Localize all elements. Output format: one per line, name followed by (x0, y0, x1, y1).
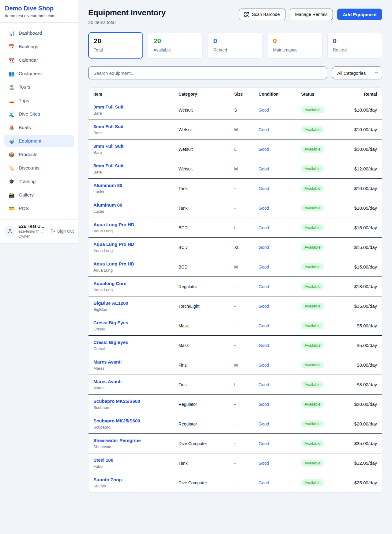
stat-card-rented[interactable]: 0 Rented (208, 32, 262, 59)
item-name-link[interactable]: 3mm Full Suit (93, 124, 123, 129)
sidebar-item-calendar[interactable]: 📆 Calendar (4, 54, 74, 66)
rental-cell: $10.00/day (354, 205, 377, 211)
item-name-link[interactable]: 5mm Full Suit (93, 163, 123, 168)
search-input[interactable] (88, 67, 327, 79)
category-select[interactable]: All Categories (332, 67, 382, 79)
condition-link[interactable]: Good (258, 206, 269, 211)
table-row: 3mm Full Suit Bare Wetsuit L Good Availa… (89, 139, 382, 159)
sidebar-item-gallery[interactable]: 📸 Gallery (4, 189, 74, 201)
sidebar-item-equipment[interactable]: 🤿 Equipment (4, 135, 74, 147)
stat-card-available[interactable]: 20 Available (148, 32, 203, 59)
rental-cell: $10.00/day (354, 107, 377, 113)
barcode-scan-icon (244, 12, 249, 17)
sign-out-button[interactable]: Sign Out (51, 229, 74, 234)
stat-card-total[interactable]: 20 Total (88, 32, 143, 59)
col-header-item: Item (89, 88, 174, 100)
sidebar-item-label: Dashboard (19, 30, 42, 36)
table-row: Scubapro MK25/S600 Scubapro Regulator - … (89, 414, 382, 434)
sidebar-item-label: Customers (19, 71, 42, 76)
item-name-link[interactable]: Shearwater Peregrine (93, 438, 141, 443)
condition-link[interactable]: Good (258, 166, 269, 171)
condition-link[interactable]: Good (258, 186, 269, 191)
condition-link[interactable]: Good (258, 461, 269, 466)
sidebar-item-dive-sites[interactable]: 🌊 Dive Sites (4, 108, 74, 120)
item-name-link[interactable]: Cressi Big Eyes (93, 340, 128, 345)
condition-link[interactable]: Good (258, 147, 269, 152)
item-brand: Suunto (93, 484, 169, 488)
manage-rentals-button[interactable]: Manage Rentals (290, 9, 333, 20)
condition-link[interactable]: Good (258, 480, 269, 485)
add-equipment-button[interactable]: Add Equipment (337, 9, 382, 20)
rental-cell: $12.00/day (354, 166, 377, 171)
condition-link[interactable]: Good (258, 382, 269, 387)
condition-link[interactable]: Good (258, 323, 269, 328)
sidebar-item-training[interactable]: 🎓 Training (4, 175, 74, 188)
rental-cell: $35.00/day (354, 441, 377, 446)
item-brand: Mares (93, 366, 169, 371)
table-row: Scubapro MK25/S600 Scubapro Regulator - … (89, 395, 382, 414)
category-cell: Wetsuit (174, 139, 229, 159)
condition-link[interactable]: Good (258, 284, 269, 289)
sidebar-item-customers[interactable]: 👥 Customers (4, 67, 74, 80)
size-cell: M (229, 159, 254, 179)
item-name-link[interactable]: Steel 100 (93, 457, 113, 463)
size-cell: - (229, 453, 254, 473)
item-name-link[interactable]: Aqua Lung Pro HD (93, 242, 134, 247)
item-brand: Cressi (93, 327, 169, 331)
sidebar-item-tours[interactable]: 🏝️ Tours (4, 81, 74, 93)
condition-link[interactable]: Good (258, 108, 269, 113)
item-name-link[interactable]: BigBlue AL1200 (93, 300, 128, 306)
item-brand: Scubapro (93, 405, 169, 410)
sidebar-item-label: Tours (19, 84, 30, 90)
item-name-link[interactable]: 3mm Full Suit (93, 143, 123, 149)
category-cell: Tank (174, 198, 229, 218)
manage-rentals-label: Manage Rentals (295, 12, 328, 17)
item-name-link[interactable]: Cressi Big Eyes (93, 320, 128, 325)
sidebar-item-products[interactable]: 📦 Products (4, 148, 74, 161)
item-name-link[interactable]: Mares Avanti (93, 359, 122, 364)
sidebar-item-discounts[interactable]: 🏷️ Discounts (4, 162, 74, 174)
condition-link[interactable]: Good (258, 245, 269, 250)
item-brand: Cressi (93, 346, 169, 351)
sidebar-item-dashboard[interactable]: 📊 Dashboard (4, 27, 74, 39)
condition-link[interactable]: Good (258, 363, 269, 368)
stat-value: 0 (213, 37, 257, 45)
condition-link[interactable]: Good (258, 441, 269, 446)
sidebar-item-label: Trips (19, 98, 29, 103)
condition-link[interactable]: Good (258, 421, 269, 426)
condition-link[interactable]: Good (258, 304, 269, 309)
scan-barcode-button[interactable]: Scan Barcode (239, 9, 285, 20)
size-cell: - (229, 434, 254, 453)
sidebar-item-bookings[interactable]: 📅 Bookings (4, 40, 74, 53)
table-row: Mares Avanti Mares Fins M Good Available… (89, 355, 382, 375)
sidebar-item-boats[interactable]: ⛵ Boats (4, 121, 74, 134)
condition-link[interactable]: Good (258, 343, 269, 348)
table-row: 3mm Full Suit Bare Wetsuit S Good Availa… (89, 100, 382, 120)
condition-link[interactable]: Good (258, 402, 269, 407)
sidebar-item-trips[interactable]: 🚤 Trips (4, 94, 74, 107)
table-row: Mares Avanti Mares Fins L Good Available… (89, 375, 382, 395)
table-row: Steel 100 Faber Tank - Good Available $1… (89, 453, 382, 473)
rental-cell: $10.00/day (354, 147, 377, 152)
item-name-link[interactable]: 3mm Full Suit (93, 104, 123, 109)
size-cell: - (229, 336, 254, 355)
condition-link[interactable]: Good (258, 127, 269, 132)
stat-card-retired[interactable]: 0 Retired (327, 32, 382, 59)
item-name-link[interactable]: Aluminum 80 (93, 202, 122, 208)
item-name-link[interactable]: Scubapro MK25/S600 (93, 399, 140, 404)
condition-link[interactable]: Good (258, 225, 269, 230)
item-name-link[interactable]: Suunto Zoop (93, 477, 122, 482)
item-name-link[interactable]: Aqua Lung Pro HD (93, 261, 134, 266)
status-badge: Available (301, 401, 324, 408)
stat-label: Available (153, 48, 197, 52)
stat-card-maintenance[interactable]: 0 Maintenance (268, 32, 322, 59)
sidebar-item-pos[interactable]: 💳 POS (4, 202, 74, 215)
user-icon (7, 228, 13, 234)
item-name-link[interactable]: Scubapro MK25/S600 (93, 418, 140, 423)
item-name-link[interactable]: Aluminum 80 (93, 183, 122, 188)
condition-link[interactable]: Good (258, 265, 269, 269)
item-name-link[interactable]: Aqua Lung Pro HD (93, 222, 134, 227)
item-name-link[interactable]: Aqualung Core (93, 281, 126, 286)
category-cell: Tank (174, 179, 229, 198)
item-name-link[interactable]: Mares Avanti (93, 379, 122, 384)
